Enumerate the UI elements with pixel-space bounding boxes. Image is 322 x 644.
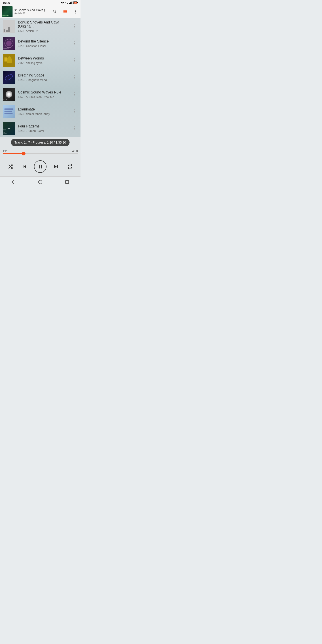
track-name-exanimate: Exanimate [18, 107, 68, 111]
track-art-exanimate [3, 105, 15, 118]
between-obj1 [7, 56, 12, 63]
more-dot [74, 28, 75, 28]
exanimate-art [3, 105, 15, 118]
queue-button[interactable] [62, 8, 68, 15]
signal-label: 4G [65, 1, 68, 4]
navigation-bar [0, 176, 80, 187]
more-dot [74, 94, 75, 95]
svg-rect-2 [71, 2, 72, 4]
track-artist-bonus: Amish 82 [26, 29, 38, 33]
track-more-cosmic[interactable] [71, 91, 78, 98]
cosmic-dots [4, 99, 6, 100]
more-dot [74, 24, 75, 25]
track-item-beyond-the-silence[interactable]: reflection Beyond the Silence 6:29 · Chr… [0, 35, 80, 52]
progress-thumb[interactable] [22, 152, 26, 156]
track-artist: smiling cynic [26, 61, 42, 64]
more-dot [74, 111, 75, 112]
repeat-icon [67, 164, 73, 170]
more-dot [74, 44, 75, 46]
repeat-button[interactable] [65, 162, 75, 172]
more-dot [74, 109, 75, 110]
more-options-button[interactable] [72, 8, 79, 15]
signal-bars-icon [69, 1, 72, 4]
track-artist: daniel robert lahey [26, 112, 50, 116]
track-item-between-worlds[interactable]: Between Worlds 2:32 · smiling cynic [0, 52, 80, 69]
status-icons: 4G [60, 1, 78, 4]
track-info-breathing-space: Breathing Space 13:56 · Magnetic Wind [18, 73, 68, 82]
status-bar: 10:00 4G [0, 0, 80, 5]
track-item-breathing-space[interactable]: Breathing Space 13:56 · Magnetic Wind [0, 69, 80, 86]
equalizer-icon [4, 27, 10, 32]
track-name-cosmic: Cosmic Sound Waves Rule [18, 90, 68, 94]
breathing-wave [4, 73, 14, 82]
header-album-art[interactable]: AMISH82 [2, 6, 12, 17]
track-duration-bonus: 4:50 [18, 29, 24, 33]
cosmic-orb [6, 91, 12, 98]
svg-rect-1 [70, 2, 71, 4]
back-button[interactable] [9, 178, 18, 186]
svg-point-10 [75, 12, 76, 14]
more-dot [74, 78, 75, 80]
track-art-four-patterns: + simonslatorfourpatterns [3, 122, 15, 134]
pause-button[interactable] [34, 160, 46, 173]
track-item-four-patterns[interactable]: + simonslatorfourpatterns Four Patterns … [0, 120, 80, 137]
breathing-art [3, 71, 15, 84]
battery-icon [73, 1, 78, 4]
progress-bar[interactable] [3, 153, 78, 154]
more-dot [74, 43, 75, 44]
track-item-cosmic-sound-waves[interactable]: Cosmic Sound Waves Rule 4:57 · A Ninja S… [0, 86, 80, 103]
next-button[interactable] [50, 161, 61, 172]
svg-rect-12 [66, 180, 69, 184]
more-dot [74, 130, 75, 130]
exanimate-line [4, 111, 12, 112]
exanimate-line [4, 108, 14, 110]
track-meta-between-worlds: 2:32 · smiling cynic [18, 61, 68, 64]
track-info-exanimate: Exanimate 8:53 · daniel robert lahey [18, 107, 68, 116]
track-name-bonus: Bonus: Shovels And Cava (Original... [18, 20, 68, 28]
track-duration: 8:53 [18, 112, 24, 116]
track-meta-four-patterns: 53:53 · Simon Slator [18, 129, 68, 132]
track-more-bonus[interactable] [71, 23, 78, 30]
track-duration: 53:53 [18, 129, 25, 132]
track-art-cosmic [3, 88, 15, 100]
shuffle-button[interactable] [6, 162, 16, 172]
track-more-breathing-space[interactable] [71, 74, 78, 81]
progress-fill [3, 153, 24, 154]
track-more-beyond-the-silence[interactable] [71, 40, 78, 47]
cosmic-art [3, 88, 15, 100]
tooltip-wrapper: Track: 1 / 7 · Progress: 1:20 / 1:35:30 [3, 139, 78, 148]
track-more-between-worlds[interactable] [71, 57, 78, 64]
total-time: 4:50 [72, 149, 78, 153]
track-more-exanimate[interactable] [71, 108, 78, 115]
recents-button[interactable] [62, 178, 72, 186]
track-item-exanimate[interactable]: Exanimate 8:53 · daniel robert lahey [0, 103, 80, 120]
svg-marker-7 [66, 11, 67, 12]
skip-previous-icon [21, 163, 28, 170]
track-meta-cosmic: 4:57 · A Ninja Slob Drew Me [18, 95, 68, 98]
current-time: 1:20 [3, 149, 8, 153]
wifi-icon [60, 1, 64, 4]
search-button[interactable] [52, 8, 58, 15]
shuffle-icon [8, 164, 14, 170]
header-art-visual: AMISH82 [2, 6, 12, 17]
more-dot [74, 96, 75, 96]
svg-point-9 [75, 11, 76, 12]
header-artist: Amish 82 [14, 12, 50, 15]
track-meta-breathing-space: 13:56 · Magnetic Wind [18, 78, 68, 82]
home-button[interactable] [36, 178, 45, 186]
track-list: Bonus: Shovels And Cava (Original... 4:5… [0, 18, 80, 137]
playback-area: Track: 1 / 7 · Progress: 1:20 / 1:35:30 … [0, 137, 80, 158]
svg-rect-5 [77, 2, 78, 3]
track-art-breathing-space [3, 71, 15, 84]
header: AMISH82 s: Shovels And Cava (Original Am… [0, 5, 80, 18]
track-art-between-worlds [3, 54, 15, 67]
four-patterns-plus: + [8, 125, 10, 132]
more-dot [74, 58, 75, 59]
track-info-cosmic: Cosmic Sound Waves Rule 4:57 · A Ninja S… [18, 90, 68, 98]
track-duration: 6:29 [18, 44, 24, 48]
more-dot [74, 126, 75, 127]
more-dot [74, 41, 75, 42]
previous-button[interactable] [19, 161, 30, 172]
track-item-bonus[interactable]: Bonus: Shovels And Cava (Original... 4:5… [0, 18, 80, 35]
track-more-four-patterns[interactable] [71, 125, 78, 132]
